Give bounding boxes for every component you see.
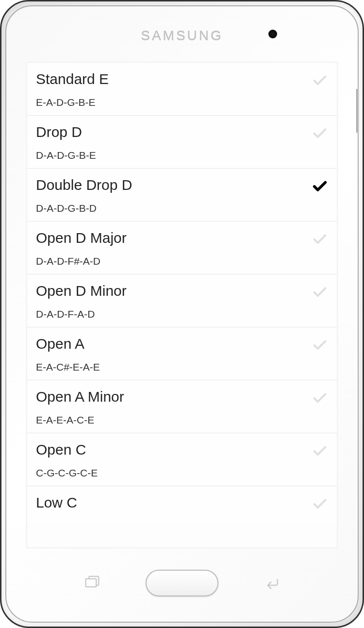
home-button[interactable]	[146, 570, 218, 596]
check-icon	[312, 125, 328, 142]
tuning-notes: D-A-D-G-B-E	[36, 150, 312, 161]
tuning-name: Open A	[36, 335, 312, 353]
device-nav-bar	[6, 563, 358, 602]
tablet-inner-frame: SAMSUNG Standard E E-A-D-G-B-E Drop D	[5, 5, 359, 623]
tuning-name: Open C	[36, 441, 312, 458]
tuning-name: Low C	[36, 494, 312, 511]
tuning-notes: D-A-D-F-A-D	[36, 308, 312, 320]
check-icon	[312, 284, 328, 301]
tuning-item-open-a[interactable]: Open A E-A-C#-E-A-E	[27, 327, 337, 380]
tuning-item-double-drop-d[interactable]: Double Drop D D-A-D-G-B-D	[27, 169, 337, 221]
check-icon	[312, 337, 328, 354]
check-icon	[312, 72, 328, 89]
screen: Standard E E-A-D-G-B-E Drop D D-A-D-G-B-…	[26, 61, 338, 549]
check-icon-selected	[312, 178, 328, 195]
back-icon[interactable]	[262, 573, 281, 593]
front-camera	[268, 30, 277, 38]
power-button[interactable]	[356, 89, 359, 133]
brand-logo: SAMSUNG	[141, 28, 223, 43]
item-text: Open A E-A-C#-E-A-E	[36, 335, 312, 373]
item-text: Low C	[36, 494, 312, 511]
recent-apps-icon[interactable]	[83, 573, 102, 593]
item-text: Open C C-G-C-G-C-E	[36, 441, 312, 479]
device-top-bar: SAMSUNG	[6, 28, 358, 44]
check-icon	[312, 231, 328, 248]
tuning-item-standard-e[interactable]: Standard E E-A-D-G-B-E	[27, 63, 337, 116]
item-text: Open D Major D-A-D-F#-A-D	[36, 229, 312, 267]
tuning-name: Open D Major	[36, 229, 312, 247]
tuning-notes: D-A-D-G-B-D	[36, 203, 312, 214]
tuning-name: Open D Minor	[36, 282, 312, 300]
tuning-list[interactable]: Standard E E-A-D-G-B-E Drop D D-A-D-G-B-…	[27, 62, 337, 548]
tuning-name: Double Drop D	[36, 176, 312, 194]
tablet-frame: SAMSUNG Standard E E-A-D-G-B-E Drop D	[0, 0, 364, 628]
item-text: Open D Minor D-A-D-F-A-D	[36, 282, 312, 320]
check-icon	[312, 496, 328, 512]
tuning-name: Standard E	[36, 70, 312, 88]
check-icon	[312, 390, 328, 407]
tuning-item-open-c[interactable]: Open C C-G-C-G-C-E	[27, 433, 337, 486]
tuning-item-drop-d[interactable]: Drop D D-A-D-G-B-E	[27, 116, 337, 169]
item-text: Drop D D-A-D-G-B-E	[36, 123, 312, 161]
tuning-item-open-d-major[interactable]: Open D Major D-A-D-F#-A-D	[27, 221, 337, 274]
tuning-notes: D-A-D-F#-A-D	[36, 255, 312, 267]
item-text: Standard E E-A-D-G-B-E	[36, 70, 312, 108]
tuning-notes: E-A-E-A-C-E	[36, 414, 312, 426]
svg-rect-0	[86, 579, 97, 587]
tuning-notes: C-G-C-G-C-E	[36, 467, 312, 479]
tuning-item-low-c[interactable]: Low C	[27, 486, 337, 523]
item-text: Double Drop D D-A-D-G-B-D	[36, 176, 312, 214]
tuning-name: Drop D	[36, 123, 312, 141]
item-text: Open A Minor E-A-E-A-C-E	[36, 388, 312, 426]
tuning-notes: E-A-D-G-B-E	[36, 97, 312, 108]
tuning-item-open-d-minor[interactable]: Open D Minor D-A-D-F-A-D	[27, 274, 337, 327]
tuning-notes: E-A-C#-E-A-E	[36, 361, 312, 373]
tuning-item-open-a-minor[interactable]: Open A Minor E-A-E-A-C-E	[27, 380, 337, 433]
tuning-name: Open A Minor	[36, 388, 312, 406]
check-icon	[312, 443, 328, 459]
